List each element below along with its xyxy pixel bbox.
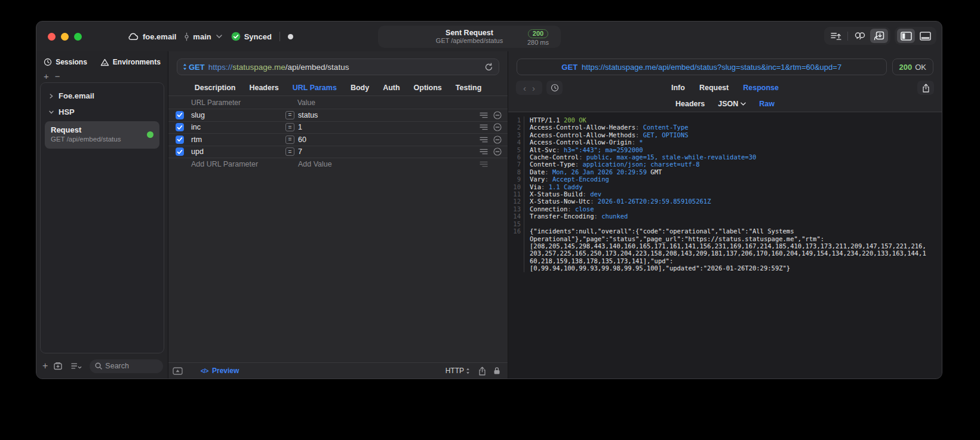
response-subtab-json[interactable]: JSON: [718, 100, 746, 108]
history-forward-button[interactable]: ›: [532, 83, 535, 93]
param-checkbox[interactable]: [176, 136, 184, 144]
request-tab-body[interactable]: Body: [351, 84, 369, 92]
request-status-dot: [147, 131, 153, 138]
url-host: statuspage.me: [232, 63, 285, 72]
param-value-input[interactable]: 1: [298, 123, 480, 131]
sidebar-group-foe-email[interactable]: Foe.email: [44, 88, 161, 104]
sync-status[interactable]: Synced: [231, 32, 272, 41]
sync-status-label: Synced: [244, 32, 272, 41]
response-tab-response[interactable]: Response: [743, 84, 779, 92]
line-number: 9: [508, 176, 524, 183]
param-checkbox[interactable]: [176, 123, 184, 131]
remove-param-button[interactable]: [493, 123, 502, 131]
history-button[interactable]: [546, 81, 563, 95]
request-url-input[interactable]: https://statuspage.me/api/embed/status: [208, 63, 481, 72]
search-input[interactable]: [105, 362, 158, 370]
equals-icon: =: [285, 136, 294, 144]
param-value-input[interactable]: status: [298, 111, 480, 119]
response-tab-info[interactable]: Info: [671, 84, 685, 92]
line-number: [508, 264, 524, 272]
request-tab-options[interactable]: Options: [414, 84, 442, 92]
response-subtab-raw[interactable]: Raw: [759, 100, 775, 108]
param-name-input[interactable]: upd: [191, 147, 285, 156]
remove-param-button[interactable]: [493, 111, 502, 119]
send-to-window-button[interactable]: [870, 29, 888, 43]
param-menu-icon[interactable]: [480, 112, 488, 118]
collapse-editor-button[interactable]: [173, 367, 183, 375]
resend-button[interactable]: [484, 63, 493, 72]
sent-request-title: Sent Request: [417, 29, 521, 37]
response-body[interactable]: 1HTTP/1.1 200 OK2Access-Control-Allow-He…: [508, 112, 942, 379]
param-value-input[interactable]: 60: [298, 136, 480, 144]
sidebar-remove-button[interactable]: −: [55, 72, 60, 81]
line-number: 2: [508, 124, 524, 131]
preview-button[interactable]: </> Preview: [201, 367, 239, 375]
folder-plus-icon: [53, 362, 63, 370]
response-status-text: OK: [915, 63, 926, 72]
toggle-left-sidebar-button[interactable]: [897, 29, 915, 43]
line-number: 13: [508, 205, 524, 213]
protocol-selector[interactable]: HTTP: [446, 367, 470, 375]
share-response-button[interactable]: [917, 81, 934, 95]
request-item-title: Request: [51, 125, 147, 135]
param-row-slug: slug=status: [168, 109, 508, 121]
zoom-window-button[interactable]: [74, 33, 82, 41]
history-back-button[interactable]: ‹: [523, 83, 526, 93]
remove-param-button[interactable]: [493, 147, 502, 156]
add-param-value-placeholder[interactable]: Add Value: [298, 160, 480, 168]
unlink-button[interactable]: [851, 29, 869, 43]
response-status-code: 200: [899, 63, 913, 72]
toggle-bottom-panel-button[interactable]: [916, 29, 934, 43]
line-number: 16: [508, 227, 524, 235]
add-group-button[interactable]: [53, 362, 63, 370]
request-tab-headers[interactable]: Headers: [249, 84, 278, 92]
param-name-input[interactable]: rtm: [191, 136, 285, 144]
tab-environments[interactable]: Environments: [100, 58, 161, 66]
request-tab-url-params[interactable]: URL Params: [293, 84, 337, 92]
response-body-line: 1HTTP/1.1 200 OK: [508, 116, 942, 124]
line-number: 3: [508, 131, 524, 139]
add-param-name-placeholder[interactable]: Add URL Parameter: [191, 160, 285, 168]
response-url-pill[interactable]: GET https://statuspage.me/api/embed/stat…: [517, 59, 887, 75]
close-window-button[interactable]: [48, 33, 56, 41]
sidebar-add-button[interactable]: +: [44, 72, 49, 81]
param-menu-icon[interactable]: [480, 124, 488, 130]
add-request-button[interactable]: +: [42, 362, 48, 370]
chevron-right-icon: [48, 93, 54, 99]
remove-param-button[interactable]: [493, 136, 502, 144]
request-tab-testing[interactable]: Testing: [456, 84, 482, 92]
param-menu-icon[interactable]: [480, 149, 488, 155]
param-checkbox[interactable]: [176, 111, 184, 119]
param-menu-icon[interactable]: [480, 137, 488, 143]
project-menu[interactable]: foe.email: [127, 32, 176, 41]
response-body-line: [208,205,145,298,443,140,160,165,171,161…: [508, 242, 942, 250]
request-tab-description[interactable]: Description: [195, 84, 236, 92]
history-clock-icon: [551, 84, 559, 92]
request-url-bar[interactable]: GET https://statuspage.me/api/embed/stat…: [177, 59, 499, 75]
request-list-item-selected[interactable]: Request GET /api/embed/status: [45, 121, 159, 149]
param-value-input[interactable]: 7: [298, 147, 480, 156]
param-name-input[interactable]: inc: [191, 123, 285, 131]
sidebar-group-hsp[interactable]: HSP: [44, 104, 161, 120]
clock-icon: [44, 58, 52, 66]
sort-options-button[interactable]: [71, 362, 82, 370]
import-button[interactable]: [827, 29, 844, 43]
response-subtab-headers[interactable]: Headers: [675, 100, 705, 108]
share-request-button[interactable]: [478, 367, 486, 376]
sent-request-status-pill[interactable]: Sent Request GET /api/embed/status 200 2…: [378, 26, 561, 48]
chevron-down-icon: [48, 109, 54, 115]
method-selector[interactable]: GET: [183, 63, 205, 72]
send-to-window-icon: [874, 31, 884, 41]
sidebar-search[interactable]: [90, 359, 163, 373]
response-tab-request[interactable]: Request: [699, 84, 729, 92]
param-row-inc: inc=1: [168, 121, 508, 134]
param-row-rtm: rtm=60: [168, 133, 508, 146]
param-checkbox[interactable]: [176, 147, 184, 156]
param-name-input[interactable]: slug: [191, 111, 285, 119]
minimize-window-button[interactable]: [61, 33, 69, 41]
tab-sessions[interactable]: Sessions: [44, 58, 87, 66]
lock-icon[interactable]: [493, 367, 500, 375]
request-tab-auth[interactable]: Auth: [383, 84, 400, 92]
import-icon: [830, 32, 841, 41]
branch-selector[interactable]: main: [184, 32, 222, 41]
